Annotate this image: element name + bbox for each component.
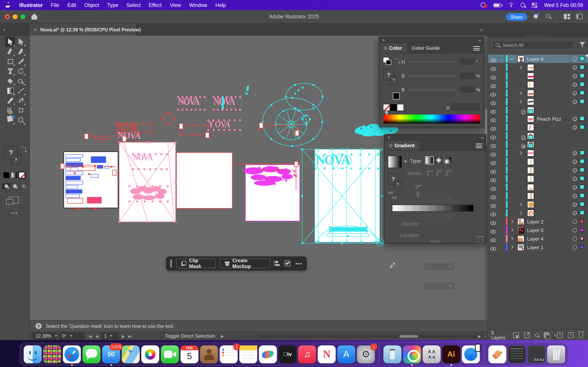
artwork-nova-partial-text[interactable]: Y OVA [208, 119, 230, 130]
visibility-eye-icon[interactable] [490, 202, 496, 206]
target-icon[interactable] [572, 82, 577, 87]
layer-thumbnail[interactable] [527, 150, 534, 157]
width-tool[interactable] [16, 86, 26, 95]
aspect-select[interactable] [424, 214, 455, 222]
menu-item-object[interactable]: Object [80, 2, 103, 8]
layer-thumbnail[interactable] [527, 98, 534, 105]
layer-thumbnail[interactable] [517, 227, 524, 234]
close-panel-icon[interactable]: × [388, 135, 390, 140]
dock-mail[interactable]: ✉2,279 [102, 345, 120, 363]
zoom-tool[interactable] [16, 115, 26, 125]
gradient-eyedropper-icon[interactable] [389, 263, 395, 269]
visibility-eye-icon[interactable] [490, 236, 496, 241]
layer-row-comp[interactable] [488, 132, 588, 140]
visibility-eye-icon[interactable] [490, 211, 496, 215]
target-icon[interactable] [572, 245, 577, 250]
selection-square[interactable] [580, 176, 584, 181]
dock-iphone-mirroring[interactable] [462, 345, 480, 363]
stroke-proxy-unknown[interactable]: ? [389, 76, 398, 84]
panel-resize-handle[interactable]: |||||||||| [385, 240, 486, 243]
hue-field[interactable] [460, 59, 475, 65]
tab-gradient[interactable]: Gradient [385, 141, 420, 150]
layer-thumbnail[interactable] [527, 64, 534, 71]
stroke-across-icon[interactable] [444, 169, 452, 176]
close-panel-icon[interactable]: × [382, 38, 385, 42]
release-mask-icon[interactable] [524, 332, 530, 338]
selection-square[interactable] [528, 109, 533, 114]
dock-minimized-window-peach[interactable] [488, 345, 506, 363]
layer-row-path[interactable] [488, 72, 588, 80]
menu-item-type[interactable]: Type [103, 2, 122, 8]
selection-square[interactable] [528, 135, 533, 139]
target-icon[interactable] [572, 219, 577, 224]
layer-thumbnail[interactable] [527, 210, 534, 217]
clip-mask-button[interactable]: Clip Mask [176, 259, 216, 268]
rectangle-tool[interactable] [5, 56, 15, 66]
target-icon[interactable] [572, 176, 577, 181]
visibility-eye-icon[interactable] [490, 228, 496, 232]
target-icon[interactable] [572, 91, 577, 95]
radial-gradient-icon[interactable] [435, 157, 443, 164]
gradient-tool[interactable] [5, 86, 15, 95]
layer-thumbnail[interactable] [527, 158, 534, 165]
draw-behind-icon[interactable] [11, 183, 19, 189]
dock-creative-cloud[interactable] [403, 345, 421, 363]
gradient-swatch[interactable] [11, 172, 17, 178]
layer-row-path[interactable] [488, 183, 588, 192]
dock-apple-tv[interactable]: tv [278, 345, 296, 363]
layer-row-path[interactable] [488, 157, 588, 166]
visibility-eye-icon[interactable] [490, 159, 496, 164]
visibility-eye-icon[interactable] [490, 57, 496, 61]
artboard-tool[interactable] [16, 105, 26, 115]
collect-for-export-icon[interactable] [513, 332, 519, 338]
expand-chevron-icon[interactable] [510, 228, 513, 232]
arrange-icon[interactable] [285, 261, 290, 266]
last-artboard-icon[interactable]: ▶| [128, 334, 132, 338]
tab-color[interactable]: Color [379, 43, 407, 53]
layer-row-layer2[interactable]: Layer 2 [488, 217, 588, 226]
selection-square[interactable] [580, 99, 584, 104]
dock-illustrator[interactable]: Ai [442, 345, 460, 363]
taskbar-more-icon[interactable]: ••• [295, 260, 302, 267]
selection-square[interactable] [580, 91, 584, 95]
close-document-icon[interactable]: × [34, 27, 37, 33]
location-select[interactable] [424, 282, 455, 290]
none-swatch[interactable] [383, 104, 390, 111]
search-box[interactable] [492, 41, 575, 49]
direct-selection-tool[interactable] [16, 37, 26, 47]
selection-square[interactable] [580, 167, 584, 172]
visibility-eye-icon[interactable] [490, 91, 496, 95]
target-icon[interactable] [572, 117, 577, 121]
document-tab[interactable]: × Nova.ai* @ 12.39 % (RGB/CPU Pixel Prev… [30, 24, 137, 35]
selection-square[interactable] [580, 82, 584, 86]
menu-item-window[interactable]: Window [185, 2, 211, 8]
dock-messages[interactable] [82, 345, 100, 363]
menu-item-effect[interactable]: Effect [145, 2, 166, 8]
panel-corner-icon[interactable]: ‹ [484, 334, 486, 338]
layer-thumbnail[interactable] [527, 167, 534, 174]
layer-thumbnail[interactable] [527, 192, 534, 200]
fill-stroke-mini-proxy[interactable] [383, 58, 389, 62]
next-artboard-icon[interactable]: ▶ [122, 334, 125, 338]
dock-maps[interactable] [122, 345, 140, 363]
expand-chevron-icon[interactable] [510, 220, 513, 223]
selection-square[interactable] [580, 237, 584, 240]
gradient-preview-swatch[interactable] [388, 156, 402, 168]
panel-menu-icon[interactable] [473, 46, 480, 50]
first-artboard-icon[interactable]: |◀ [88, 334, 92, 338]
layer-label[interactable]: Layer 5 [527, 227, 544, 233]
layer-label[interactable]: Layer 2 [527, 219, 544, 225]
menu-item-view[interactable]: View [166, 2, 185, 8]
dock-finder[interactable] [24, 345, 42, 363]
tab-color-guide[interactable]: Color Guide [407, 43, 445, 53]
expand-chevron-icon[interactable] [510, 57, 513, 60]
layer-row-peachfizz[interactable]: Peach Fizz [488, 115, 588, 123]
freeform-gradient-icon[interactable] [444, 157, 452, 164]
collapse-toolbar-icon[interactable]: « [3, 27, 5, 32]
layer-thumbnail[interactable] [527, 73, 534, 80]
target-icon[interactable] [521, 109, 526, 114]
layer-thumbnail[interactable] [527, 81, 534, 88]
visibility-eye-icon[interactable] [490, 194, 496, 198]
expand-chevron-icon[interactable] [519, 66, 522, 69]
visibility-eye-icon[interactable] [490, 82, 496, 86]
